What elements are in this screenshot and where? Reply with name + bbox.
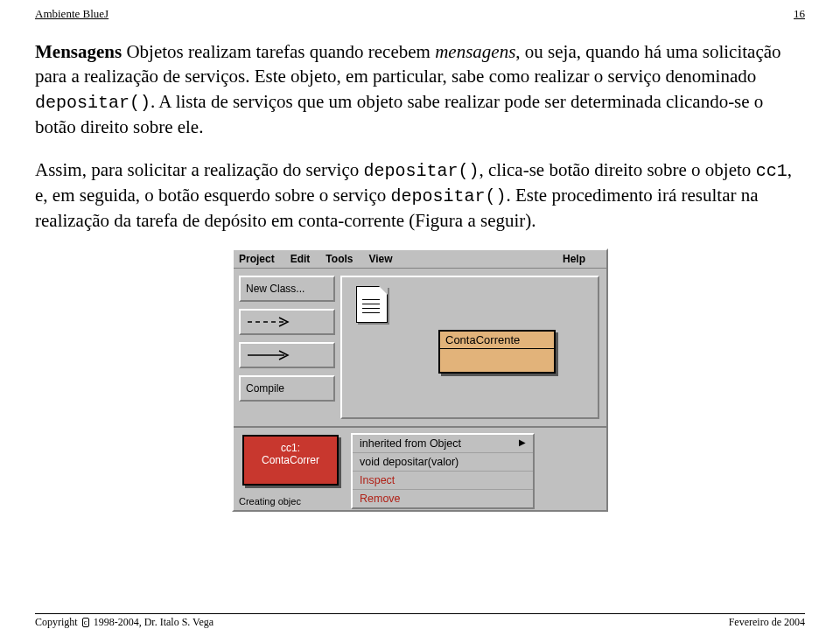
- submenu-arrow-icon: ▶: [519, 437, 526, 450]
- bluej-body: New Class... Compile: [234, 268, 606, 426]
- new-class-button[interactable]: New Class...: [239, 276, 335, 302]
- menu-help[interactable]: Help: [563, 253, 585, 265]
- status-text: Creating objec: [239, 496, 301, 507]
- copyright-symbol: c: [82, 618, 89, 627]
- footer-date: Fevereiro de 2004: [729, 616, 805, 629]
- code-depositar-3: depositar(): [390, 186, 506, 206]
- menu-edit[interactable]: Edit: [290, 253, 311, 265]
- paragraph-1: Mensagens Objetos realizam tarefas quand…: [35, 39, 805, 139]
- menu-project[interactable]: Project: [239, 253, 275, 265]
- context-inspect[interactable]: Inspect: [353, 472, 533, 490]
- object-bench: cc1: ContaCorrer inherited from Object ▶…: [234, 426, 606, 510]
- context-menu: inherited from Object ▶ void depositar(v…: [351, 433, 535, 509]
- dashed-arrow-button[interactable]: [239, 309, 335, 335]
- menu-tools[interactable]: Tools: [326, 253, 353, 265]
- footer-copyright: Copyright c 1998-2004, Dr. Italo S. Vega: [35, 616, 214, 629]
- compile-button[interactable]: Compile: [239, 375, 335, 402]
- code-depositar-1: depositar(): [35, 93, 150, 113]
- left-toolbar: New Class... Compile: [234, 269, 340, 426]
- paragraph-2: Assim, para solicitar a realização do se…: [35, 157, 805, 233]
- bluej-screenshot: Project Edit Tools View Help New Class..…: [232, 248, 608, 512]
- file-icon[interactable]: [356, 286, 388, 323]
- solid-arrow-button[interactable]: [239, 342, 335, 368]
- object-cc1[interactable]: cc1: ContaCorrer: [242, 435, 339, 486]
- menu-bar: Project Edit Tools View Help: [234, 250, 606, 268]
- bluej-window: Project Edit Tools View Help New Class..…: [232, 248, 608, 512]
- dashed-arrow-icon: [246, 317, 298, 327]
- italic-mensagens: mensagens: [435, 41, 515, 62]
- context-inherited[interactable]: inherited from Object ▶: [353, 435, 533, 453]
- class-canvas[interactable]: ContaCorrente: [340, 276, 599, 419]
- page-footer: Copyright c 1998-2004, Dr. Italo S. Vega…: [35, 613, 805, 629]
- section-heading: Mensagens: [35, 41, 122, 62]
- running-header: Ambiente BlueJ 16: [35, 7, 805, 21]
- solid-arrow-icon: [246, 350, 298, 360]
- object-type: ContaCorrer: [244, 454, 337, 466]
- header-left: Ambiente BlueJ: [35, 7, 108, 21]
- class-box-contacorrente[interactable]: ContaCorrente: [438, 330, 556, 374]
- context-depositar[interactable]: void depositar(valor): [353, 453, 533, 472]
- menu-view[interactable]: View: [368, 253, 392, 265]
- object-name: cc1:: [244, 442, 337, 454]
- context-remove[interactable]: Remove: [353, 490, 533, 507]
- class-title: ContaCorrente: [440, 332, 554, 349]
- header-page-number: 16: [794, 7, 805, 21]
- code-depositar-2: depositar(): [364, 161, 480, 181]
- code-cc1: cc1: [756, 161, 788, 181]
